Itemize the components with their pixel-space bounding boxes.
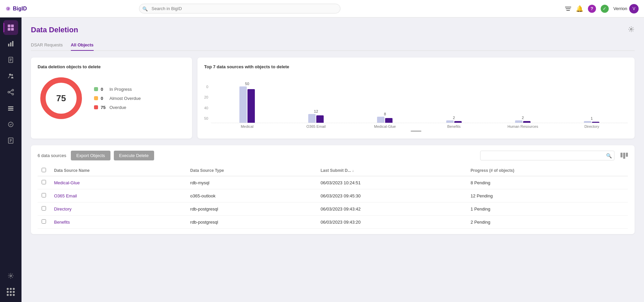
sidebar-item-people[interactable]	[3, 69, 18, 83]
table-search-input[interactable]	[480, 151, 614, 160]
search-bar-container: 🔍	[139, 4, 340, 13]
row-link-directory[interactable]: Directory	[54, 206, 72, 212]
legend-label-overdue: Overdue	[109, 105, 126, 110]
row-link-o365email[interactable]: O365 Email	[54, 193, 77, 198]
svg-rect-2	[11, 25, 14, 27]
col-bar-3	[626, 153, 628, 157]
execute-delete-button[interactable]: Execute Delete	[114, 151, 154, 160]
tab-dsar-requests[interactable]: DSAR Requests	[31, 40, 63, 51]
col-header-type-label: Data Source Type	[190, 168, 224, 173]
legend-label-almost-overdue: Almost Overdue	[109, 96, 141, 101]
row-select-benefits[interactable]	[42, 219, 46, 224]
col-header-progress-label: Progress (# of objects)	[471, 168, 514, 173]
bar-label-directory: Directory	[562, 124, 621, 128]
tabs-bar: DSAR Requests All Objects	[31, 40, 635, 51]
row-name-medical-glue: Medical-Glue	[50, 176, 186, 189]
row-type-directory: rdb-postgresql	[186, 202, 317, 216]
legend-count-almost-overdue: 0	[101, 96, 107, 101]
bar-medical-glue-purple	[385, 118, 393, 123]
svg-point-0	[8, 8, 9, 9]
help-icon[interactable]: ?	[588, 5, 596, 13]
col-header-date-label: Last Submit D...	[321, 168, 351, 173]
svg-rect-5	[8, 44, 9, 46]
row-type-benefits: rdb-postgresql	[186, 216, 317, 229]
sidebar	[0, 17, 21, 302]
col-header-progress: Progress (# of objects)	[467, 165, 628, 176]
svg-line-23	[10, 124, 10, 125]
row-select-directory[interactable]	[42, 206, 46, 211]
svg-rect-20	[8, 108, 13, 109]
donut-card-title: Data deletion objects to delete	[38, 64, 185, 69]
charts-row: Data deletion objects to delete 75 0	[31, 58, 635, 139]
row-progress-benefits: 2 Pending	[467, 216, 628, 229]
bar-value-medical-glue: 8	[384, 112, 386, 116]
row-type-o365email: o365-outlook	[186, 189, 317, 202]
settings-button[interactable]	[628, 26, 635, 34]
legend-count-in-progress: 0	[101, 87, 107, 92]
table-row: Medical-Glue rdb-mysql 06/03/2023 10:24:…	[38, 176, 628, 189]
legend-dot-overdue	[94, 105, 98, 109]
export-objects-button[interactable]: Export Objects	[71, 151, 110, 160]
gridline-20pct	[211, 123, 628, 123]
sidebar-item-catalog[interactable]	[3, 101, 18, 116]
filter-icon[interactable]	[565, 7, 571, 11]
notification-icon[interactable]: 🔔	[576, 5, 583, 12]
bar-label-human-resources: Human Resources	[493, 124, 552, 128]
svg-rect-3	[8, 28, 10, 31]
page-header: Data Deletion	[31, 26, 635, 34]
search-input[interactable]	[139, 4, 340, 13]
bar-benefits-gray	[446, 120, 454, 123]
table-scroll-container: Data Source Name Data Source Type Last S…	[38, 165, 628, 229]
bars-container: 50 12	[211, 82, 628, 123]
tab-all-objects[interactable]: All Objects	[71, 40, 94, 51]
legend-dot-almost-overdue	[94, 96, 98, 100]
row-date-o365email: 06/03/2023 09:45:30	[317, 189, 467, 202]
sidebar-item-settings[interactable]	[3, 268, 18, 283]
col-header-submit-date[interactable]: Last Submit D... ↓	[317, 165, 467, 176]
sidebar-item-apps[interactable]	[3, 285, 18, 299]
table-row: Directory rdb-postgresql 06/03/2023 09:4…	[38, 202, 628, 216]
row-select-medical-glue[interactable]	[42, 180, 46, 184]
bar-chart-title: Top 7 data sources with objects to delet…	[204, 64, 628, 69]
sidebar-item-tasks[interactable]	[3, 133, 18, 148]
main-content: Data Deletion DSAR Requests All Objects …	[21, 17, 644, 302]
row-select-o365email[interactable]	[42, 193, 46, 197]
user-menu[interactable]: Verrion V	[613, 4, 639, 13]
bar-chart-plot: 50 12	[211, 123, 628, 123]
app-logo[interactable]: BigID	[5, 4, 27, 13]
row-name-benefits: Benefits	[50, 216, 186, 229]
apps-grid-icon	[7, 288, 15, 296]
topnav: BigID 🔍 🔔 ? ✓ Verrion V	[0, 0, 644, 17]
svg-rect-7	[12, 41, 13, 46]
table-header: Data Source Name Data Source Type Last S…	[38, 165, 628, 176]
row-progress-directory: 1 Pending	[467, 202, 628, 216]
row-link-benefits[interactable]: Benefits	[54, 220, 70, 225]
yaxis-0: 0	[204, 85, 208, 89]
bar-human-resources-bars	[515, 120, 531, 123]
data-table: Data Source Name Data Source Type Last S…	[38, 165, 628, 229]
col-bar-2	[623, 153, 625, 159]
sidebar-item-rules[interactable]	[3, 117, 18, 132]
select-all-checkbox[interactable]	[42, 168, 46, 172]
select-all-header	[38, 165, 50, 176]
svg-point-15	[12, 89, 14, 91]
row-link-medical-glue[interactable]: Medical-Glue	[54, 180, 80, 185]
check-icon[interactable]: ✓	[601, 5, 609, 13]
bar-o365email: 12	[287, 109, 346, 123]
sidebar-item-reports[interactable]	[3, 52, 18, 67]
column-toggle-button[interactable]	[620, 153, 628, 159]
svg-rect-19	[8, 106, 13, 107]
sidebar-item-analytics[interactable]	[3, 36, 18, 51]
row-checkbox-benefits	[38, 216, 50, 229]
bar-chart-yaxis: 50 40 20 0	[204, 85, 208, 128]
svg-point-30	[631, 28, 632, 30]
sidebar-item-connections[interactable]	[3, 85, 18, 100]
svg-point-12	[9, 74, 11, 76]
bar-value-human-resources: 2	[522, 116, 524, 120]
sidebar-item-dashboard[interactable]	[3, 20, 18, 35]
legend-overdue: 75 Overdue	[94, 105, 141, 110]
chart-scroll-handle[interactable]	[204, 130, 628, 132]
row-date-directory: 06/03/2023 09:43:42	[317, 202, 467, 216]
legend-dot-in-progress	[94, 87, 98, 91]
sort-icon: ↓	[352, 169, 354, 173]
